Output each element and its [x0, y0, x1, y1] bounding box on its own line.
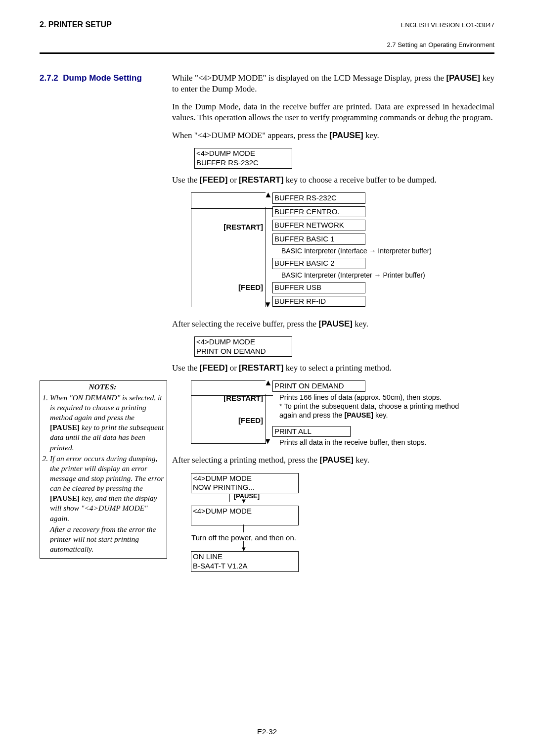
- annotation-on-demand: Prints 166 lines of data (approx. 50cm),…: [279, 393, 477, 420]
- notes-item-2: If an error occurs during dumping, the p…: [50, 454, 164, 554]
- buffer-options-diagram: ▲ ▼ [RESTART] [FEED] BUFFER RS-232C BUFF…: [191, 192, 494, 319]
- notes-item-1: When "ON DEMAND" is selected, it is requ…: [50, 393, 164, 453]
- print-method-diagram: ▲ ▼ [RESTART] [FEED] PRINT ON DEMAND Pri…: [191, 380, 494, 455]
- lcd-online: ON LINE B-SA4T-T V1.2A: [191, 551, 299, 572]
- feed-label-2: [FEED]: [238, 416, 263, 425]
- feed-label: [FEED]: [238, 283, 263, 292]
- page-header: 2. PRINTER SETUP ENGLISH VERSION EO1-330…: [40, 20, 494, 30]
- annotation-basic2: BASIC Interpreter (Interpreter → Printer…: [281, 271, 432, 280]
- paragraph-step-1: When "<4>DUMP MODE" appears, press the […: [172, 130, 494, 141]
- notes-box: NOTES: When "ON DEMAND" is selected, it …: [40, 380, 167, 559]
- final-flow: <4>DUMP MODE NOW PRINTING... │ [PAUSE] ▼…: [191, 473, 494, 572]
- paragraph-step-5: After selecting a printing method, press…: [172, 455, 494, 466]
- lcd-display-dump-mode: <4>DUMP MODE BUFFER RS-232C: [194, 148, 292, 169]
- lcd-now-printing: <4>DUMP MODE NOW PRINTING...: [191, 473, 299, 494]
- pause-label: │ [PAUSE] ▼: [191, 492, 297, 506]
- paragraph-step-2: Use the [FEED] or [RESTART] key to choos…: [172, 175, 494, 186]
- lcd-dump-mode-blank: <4>DUMP MODE: [191, 506, 299, 525]
- paragraph-step-4: Use the [FEED] or [RESTART] key to selec…: [172, 363, 494, 374]
- section-number: 2.7.2: [40, 73, 58, 83]
- print-option-all: PRINT ALL: [272, 426, 351, 437]
- header-divider: [40, 52, 494, 54]
- restart-label-2: [RESTART]: [223, 393, 263, 403]
- buffer-option-centro: BUFFER CENTRO.: [272, 206, 365, 218]
- buffer-option-rs232c: BUFFER RS-232C: [272, 192, 365, 204]
- buffer-option-network: BUFFER NETWORK: [272, 220, 365, 231]
- notes-title: NOTES:: [41, 382, 164, 392]
- print-option-on-demand: PRINT ON DEMAND: [272, 380, 365, 392]
- buffer-option-basic2: BUFFER BASIC 2: [272, 258, 365, 269]
- annotation-basic1: BASIC Interpreter (Interface → Interpret…: [281, 246, 432, 255]
- page-footer: E2-32: [0, 727, 534, 737]
- section-title: Dump Mode Setting: [63, 73, 142, 83]
- lcd-display-print-on-demand: <4>DUMP MODE PRINT ON DEMAND: [194, 336, 292, 357]
- annotation-all: Prints all data in the receive buffer, t…: [279, 438, 477, 447]
- section-heading: 2.7.2 Dump Mode Setting: [40, 73, 167, 84]
- buffer-option-usb: BUFFER USB: [272, 282, 365, 293]
- header-chapter: 2. PRINTER SETUP: [40, 20, 112, 30]
- paragraph-intro-2: In the Dump Mode, data in the receive bu…: [172, 101, 494, 123]
- paragraph-step-3: After selecting the receive buffer, pres…: [172, 319, 494, 330]
- restart-label: [RESTART]: [223, 222, 263, 232]
- buffer-option-basic1: BUFFER BASIC 1: [272, 234, 365, 245]
- paragraph-intro-1: While "<4>DUMP MODE" is displayed on the…: [172, 73, 494, 94]
- header-section-path: 2.7 Setting an Operating Environment: [40, 41, 494, 49]
- buffer-option-rfid: BUFFER RF-ID: [272, 296, 365, 307]
- header-version: ENGLISH VERSION EO1-33047: [401, 21, 494, 30]
